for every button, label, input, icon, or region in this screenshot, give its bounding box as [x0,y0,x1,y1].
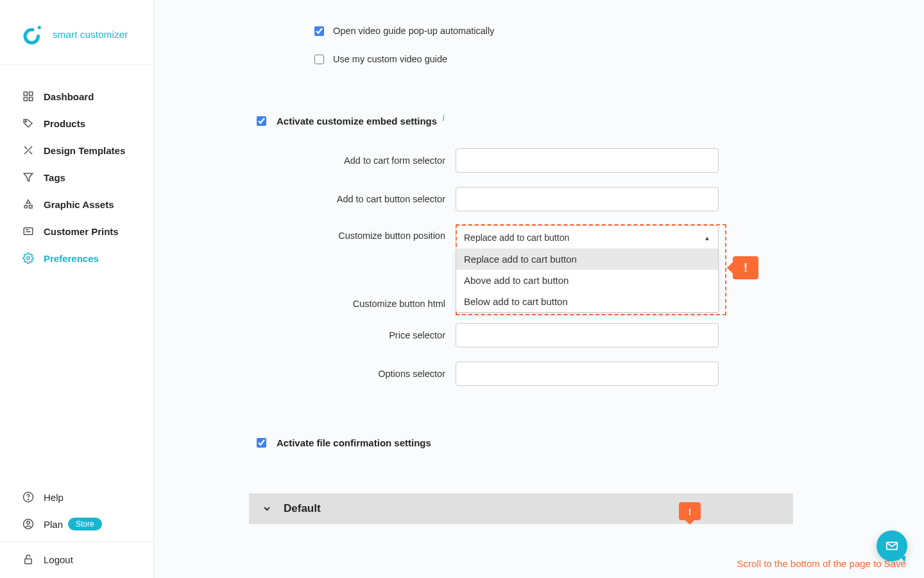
sidebar-item-customer-prints[interactable]: Customer Prints [0,218,153,245]
dashboard-icon [22,90,35,103]
design-icon [22,144,35,157]
sidebar-item-help[interactable]: Help [0,484,153,511]
button-selector-row: Add to cart button selector [257,187,886,211]
plan-badge: Store [68,518,102,530]
svg-point-0 [25,30,38,42]
svg-rect-15 [25,559,32,564]
save-banner: ! Scroll to the bottom of the page to Sa… [154,549,924,578]
svg-point-7 [24,206,28,209]
nav-label: Design Templates [44,145,125,156]
dropdown-option[interactable]: Below add to cart button [456,291,718,312]
sidebar-item-plan[interactable]: Plan Store [0,511,153,538]
default-accordion-panel[interactable]: Default [249,493,793,524]
shapes-icon [22,198,35,211]
svg-rect-8 [30,206,33,209]
save-banner-text: Scroll to the bottom of the page to Save [737,558,907,569]
nav-label: Products [44,118,85,129]
open-video-guide-row: Open video guide pop-up automatically [257,26,886,36]
svg-point-6 [25,121,26,122]
nav-label: Graphic Assets [44,199,114,210]
options-selector-input[interactable] [456,362,719,386]
main-content: Open video guide pop-up automatically Us… [154,0,924,578]
nav-label: Help [44,492,64,503]
open-video-guide-checkbox[interactable] [314,26,324,36]
price-selector-input[interactable] [456,323,719,347]
funnel-icon [22,171,35,184]
price-selector-row: Price selector [257,323,886,347]
divider [0,541,153,542]
dropdown-option[interactable]: Above add to cart button [456,270,718,291]
select-value: Replace add to cart button [464,232,569,243]
svg-point-12 [28,499,28,500]
sidebar-item-preferences[interactable]: Preferences [0,245,153,272]
sidebar-item-dashboard[interactable]: Dashboard [0,83,153,110]
button-position-dropdown: Replace add to cart button Above add to … [456,249,719,313]
embed-section-title: Activate customize embed settings [277,116,437,127]
sidebar-item-design-templates[interactable]: Design Templates [0,137,153,164]
svg-rect-5 [30,98,33,101]
button-position-row: Customize button position Replace add to… [257,225,886,250]
gear-icon [22,252,35,265]
dropdown-arrow-icon: ▲ [704,234,710,241]
mail-icon [885,539,899,553]
nav-label: Dashboard [44,91,94,102]
sidebar-item-products[interactable]: Products [0,110,153,137]
custom-video-guide-label: Use my custom video guide [333,54,447,64]
svg-rect-3 [30,92,33,95]
sidebar: smart customizer Dashboard Products Desi… [0,0,154,578]
price-selector-label: Price selector [257,330,456,340]
brand-text: smart customizer [53,29,128,40]
prints-icon [22,225,35,238]
options-selector-label: Options selector [257,369,456,379]
brand-row: smart customizer [0,0,153,65]
file-confirm-section-header: Activate file confirmation settings [257,437,886,448]
button-position-label: Customize button position [257,231,456,241]
svg-point-1 [38,26,41,29]
help-icon [22,491,35,504]
button-position-select[interactable]: Replace add to cart button ▲ [456,225,719,250]
options-selector-row: Options selector [257,362,886,386]
svg-rect-4 [24,98,27,101]
activate-embed-checkbox[interactable] [257,116,266,126]
button-position-select-wrap: Replace add to cart button ▲ Replace add… [456,225,719,250]
file-confirm-title: Activate file confirmation settings [277,437,431,448]
open-video-guide-label: Open video guide pop-up automatically [333,26,495,36]
button-selector-label: Add to cart button selector [257,194,456,204]
button-selector-input[interactable] [456,187,719,211]
annotation-callout-icon: ! [733,256,758,279]
form-selector-input[interactable] [456,148,719,173]
svg-point-14 [27,521,30,525]
chevron-down-icon [262,504,272,514]
dropdown-option[interactable]: Replace add to cart button [456,249,718,270]
sidebar-item-graphic-assets[interactable]: Graphic Assets [0,191,153,218]
tag-icon [22,117,35,130]
default-panel-label: Default [284,502,321,515]
warning-badge-icon: ! [679,502,701,520]
custom-video-guide-checkbox[interactable] [314,55,324,64]
bottom-nav: Help Plan Store Logout [0,484,153,578]
svg-rect-2 [24,92,27,95]
nav-list: Dashboard Products Design Templates Tags… [0,65,153,484]
nav-label: Preferences [44,253,99,264]
info-icon[interactable]: i [442,112,445,123]
activate-file-confirm-checkbox[interactable] [257,438,266,448]
nav-label: Tags [44,172,65,183]
sidebar-item-logout[interactable]: Logout [0,546,153,573]
form-selector-row: Add to cart form selector [257,148,886,173]
chat-support-button[interactable] [877,530,907,561]
custom-video-guide-row: Use my custom video guide [257,54,886,64]
button-html-label: Customize button html [257,299,456,309]
nav-label: Plan [44,519,63,530]
sidebar-item-tags[interactable]: Tags [0,164,153,191]
brand-logo-icon [22,23,44,45]
nav-label: Logout [44,554,73,565]
form-selector-label: Add to cart form selector [257,155,456,166]
svg-point-10 [27,257,30,260]
lock-open-icon [22,553,35,566]
nav-label: Customer Prints [44,226,119,237]
user-circle-icon [22,518,35,530]
embed-section-header: Activate customize embed settings i [257,116,886,127]
